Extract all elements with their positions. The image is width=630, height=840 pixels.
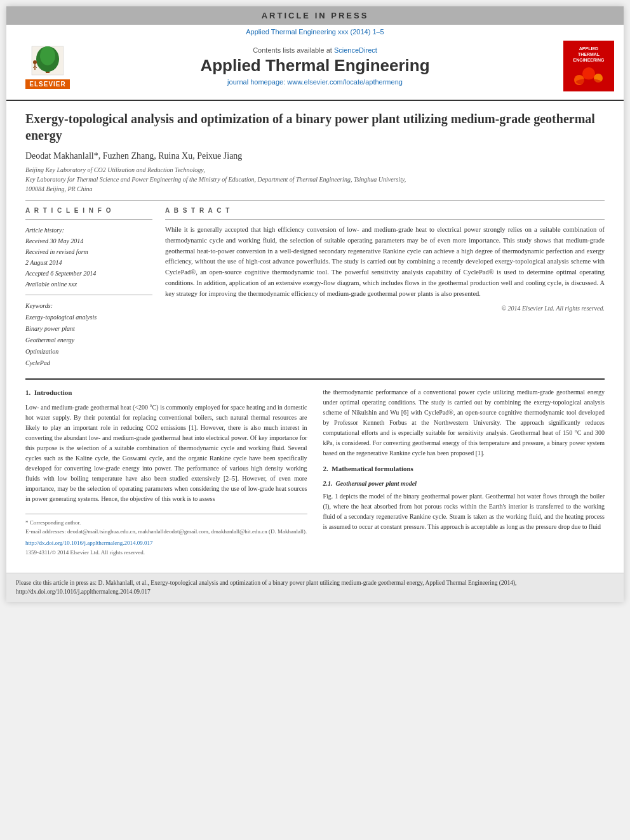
section2-title: 2. Mathematical formulations	[323, 463, 605, 475]
article-info-abstract-row: A R T I C L E I N F O Article history: R…	[25, 207, 605, 369]
section1-title: 1. Introduction	[25, 387, 307, 399]
doi-link[interactable]: http://dx.doi.org/10.1016/j.applthermale…	[25, 538, 307, 547]
journal-meta-line: Applied Thermal Engineering xxx (2014) 1…	[6, 25, 624, 37]
body-col-left: 1. Introduction Low- and medium-grade ge…	[25, 387, 307, 557]
elsevier-tree-icon	[25, 43, 70, 78]
ate-line3: ENGINEERING	[573, 57, 604, 63]
keyword-4: Optimization	[25, 346, 152, 357]
footer-text: Please cite this article in press as: D.…	[16, 580, 516, 595]
article-info-heading: A R T I C L E I N F O	[25, 207, 152, 214]
section1-number: 1.	[25, 389, 30, 396]
journal-title-center: Contents lists available at ScienceDirec…	[79, 46, 551, 86]
journal-homepage: journal homepage: www.elsevier.com/locat…	[79, 78, 551, 86]
sciencedirect-link[interactable]: ScienceDirect	[334, 46, 377, 54]
keywords-section: Keywords: Exergy-topological analysis Bi…	[25, 300, 152, 369]
keyword-3: Geothermal energy	[25, 335, 152, 346]
ate-graphic-icon	[573, 64, 605, 86]
available-online: Available online xxx	[25, 279, 152, 290]
section2-number: 2.	[323, 465, 328, 472]
abstract-text: While it is generally accepted that high…	[165, 225, 605, 300]
journal-title: Applied Thermal Engineering	[79, 56, 551, 76]
article-info-column: A R T I C L E I N F O Article history: R…	[25, 207, 152, 369]
subsection-title-text: Geothermal power plant model	[336, 480, 417, 487]
journal-logo-right: APPLIED THERMAL ENGINEERING	[551, 41, 614, 91]
issn-text: 1359-4311/© 2014 Elsevier Ltd. All right…	[25, 548, 307, 557]
section1-title-text: Introduction	[34, 389, 72, 396]
affiliation-line2: Key Laboratory for Thermal Science and P…	[25, 175, 605, 184]
section1-para2: the thermodynamic performance of a conve…	[323, 387, 605, 458]
revised-date: 2 August 2014	[25, 257, 152, 268]
authors-text: Deodat Makhanlall*, Fuzhen Zhang, Ruina …	[25, 151, 242, 161]
svg-point-11	[576, 79, 601, 85]
header-divider	[25, 200, 605, 201]
page-wrapper: ARTICLE IN PRESS Applied Thermal Enginee…	[6, 6, 624, 602]
article-content: Exergy-topological analysis and optimiza…	[6, 101, 624, 566]
ate-logo-text: APPLIED THERMAL ENGINEERING	[573, 46, 604, 63]
keywords-label: Keywords:	[25, 300, 152, 312]
keyword-5: CyclePad	[25, 357, 152, 369]
keyword-2: Binary power plant	[25, 323, 152, 335]
body-two-col: 1. Introduction Low- and medium-grade ge…	[25, 387, 605, 557]
ate-line1: APPLIED	[573, 46, 604, 51]
revised-label: Received in revised form	[25, 246, 152, 257]
journal-header: Applied Thermal Engineering xxx (2014) 1…	[6, 25, 624, 101]
footnote-emails: E-mail addresses: deodat@mail.tsinghua.e…	[25, 527, 307, 536]
footnote-corresponding: * Corresponding author.	[25, 518, 307, 527]
elsevier-wordmark: ELSEVIER	[25, 79, 69, 89]
section2-1-text: Fig. 1 depicts the model of the binary g…	[323, 491, 605, 532]
article-history: Article history: Received 30 May 2014 Re…	[25, 225, 152, 290]
info-divider1	[25, 219, 152, 220]
section2-title-text: Mathematical formulations	[332, 465, 413, 472]
abstract-heading: A B S T R A C T	[165, 207, 605, 214]
homepage-url[interactable]: www.elsevier.com/locate/apthermeng	[287, 78, 403, 86]
homepage-label: journal homepage:	[227, 78, 285, 86]
affiliation-line1: Beijing Key Laboratory of CO2 Utilizatio…	[25, 165, 605, 175]
article-title: Exergy-topological analysis and optimiza…	[25, 110, 605, 143]
article-authors: Deodat Makhanlall*, Fuzhen Zhang, Ruina …	[25, 151, 605, 161]
copyright-line: © 2014 Elsevier Ltd. All rights reserved…	[165, 305, 605, 312]
affiliation: Beijing Key Laboratory of CO2 Utilizatio…	[25, 165, 605, 194]
elsevier-logo: ELSEVIER	[25, 43, 70, 89]
accepted-date: Accepted 6 September 2014	[25, 268, 152, 279]
section1-para1: Low- and medium-grade geothermal heat (<…	[25, 403, 307, 504]
doi-text: http://dx.doi.org/10.1016/j.applthermale…	[25, 540, 153, 546]
main-body: 1. Introduction Low- and medium-grade ge…	[25, 378, 605, 557]
abstract-column: A B S T R A C T While it is generally ac…	[165, 207, 605, 369]
aip-banner: ARTICLE IN PRESS	[6, 6, 624, 25]
affiliation-line3: 100084 Beijing, PR China	[25, 184, 605, 194]
footer-bar: Please cite this article in press as: D.…	[6, 573, 624, 602]
contents-prefix: Contents lists available at	[253, 46, 332, 54]
abstract-divider	[165, 219, 605, 220]
svg-point-9	[582, 67, 595, 80]
info-divider2	[25, 295, 152, 295]
journal-meta-text: Applied Thermal Engineering xxx (2014) 1…	[246, 28, 384, 36]
email-addresses: deodat@mail.tsinghua.edu.cn, makhanlalld…	[67, 528, 307, 535]
svg-point-3	[40, 46, 55, 65]
journal-logo-left: ELSEVIER	[16, 43, 79, 89]
journal-title-row: ELSEVIER Contents lists available at Sci…	[6, 37, 624, 95]
section2-1-title: 2.1. Geothermal power plant model	[323, 479, 605, 489]
ate-logo: APPLIED THERMAL ENGINEERING	[563, 41, 614, 91]
ate-line2: THERMAL	[573, 51, 604, 57]
body-col-right: the thermodynamic performance of a conve…	[323, 387, 605, 557]
svg-point-4	[33, 60, 37, 64]
subsection-number: 2.1.	[323, 480, 333, 487]
history-label: Article history:	[25, 225, 152, 236]
aip-text: ARTICLE IN PRESS	[262, 11, 369, 20]
email-label: E-mail addresses:	[25, 528, 66, 535]
footnote-area: * Corresponding author. E-mail addresses…	[25, 514, 307, 557]
keyword-1: Exergy-topological analysis	[25, 312, 152, 323]
received-date: Received 30 May 2014	[25, 236, 152, 246]
